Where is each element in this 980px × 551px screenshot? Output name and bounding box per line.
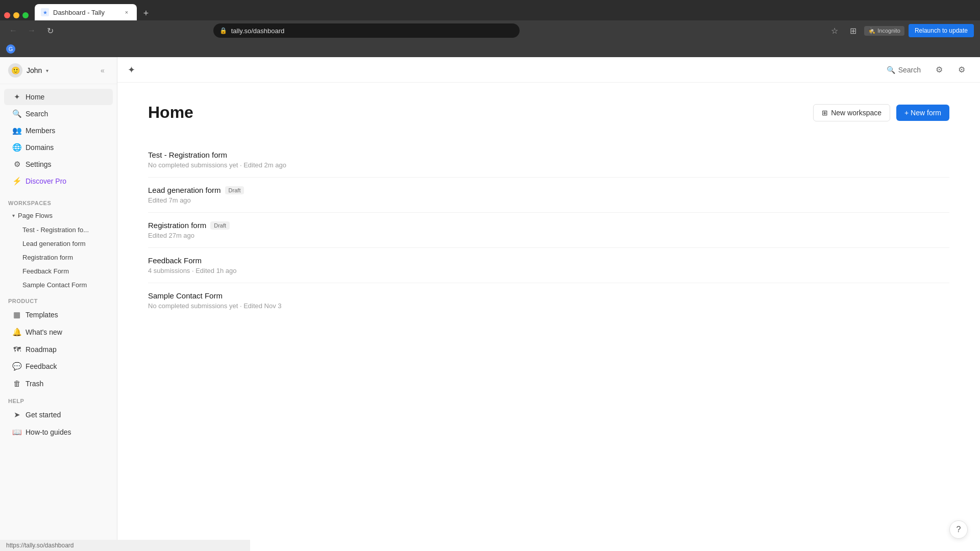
avatar: 🙂 — [8, 63, 22, 78]
active-tab[interactable]: ★ Dashboard - Tally × — [35, 4, 137, 20]
sub-item-label: Registration form — [22, 254, 73, 261]
form-item[interactable]: Test - Registration form No completed su… — [148, 142, 949, 178]
new-tab-btn[interactable]: + — [139, 6, 153, 20]
sidebar-item-members[interactable]: 👥 Members — [4, 122, 113, 139]
sidebar-item-settings[interactable]: ⚙ Settings — [4, 156, 113, 172]
form-name: Registration form — [148, 221, 206, 230]
sidebar-item-roadmap[interactable]: 🗺 Roadmap — [4, 341, 113, 357]
incognito-badge: 🕵 Incognito — [864, 26, 904, 36]
sub-item-label: Feedback Form — [22, 267, 69, 275]
toolbar-right: 🔍 Search ⚙ ⚙ — [883, 62, 970, 78]
sidebar-subitem-registration[interactable]: Registration form — [4, 251, 113, 264]
forward-btn[interactable]: → — [24, 23, 39, 38]
sidebar-item-templates[interactable]: ▦ Templates — [4, 307, 113, 323]
more-options-btn[interactable]: ⚙ — [953, 62, 970, 78]
workspace-name: Page Flows — [18, 212, 53, 219]
toolbar-left: ✦ — [128, 64, 135, 76]
sidebar-item-label: Roadmap — [26, 345, 57, 354]
form-meta: 4 submissions · Edited 1h ago — [148, 267, 949, 274]
sidebar-item-label: Settings — [26, 160, 52, 168]
bookmark-btn[interactable]: ☆ — [827, 23, 842, 38]
page-header: Home ⊞ New workspace + New form — [148, 103, 949, 122]
google-account-icon[interactable]: G — [6, 44, 15, 54]
sidebar-subitem-sample-contact[interactable]: Sample Contact Form — [4, 279, 113, 291]
form-list: Test - Registration form No completed su… — [148, 142, 949, 318]
sidebar-item-trash[interactable]: 🗑 Trash — [4, 375, 113, 391]
address-bar-row: ← → ↻ 🔒 tally.so/dashboard ☆ ⊞ 🕵 Incogni… — [0, 20, 980, 41]
domains-icon: 🌐 — [12, 143, 21, 152]
sidebar-item-whats-new[interactable]: 🔔 What's new — [4, 324, 113, 340]
form-name: Test - Registration form — [148, 151, 227, 159]
tab-close-btn[interactable]: × — [122, 8, 131, 16]
roadmap-icon: 🗺 — [12, 345, 21, 354]
search-btn[interactable]: 🔍 Search — [883, 64, 925, 76]
sidebar-item-feedback[interactable]: 💬 Feedback — [4, 358, 113, 374]
new-workspace-label: New workspace — [831, 109, 881, 117]
sidebar-subitem-test-registration[interactable]: Test - Registration fo... — [4, 223, 113, 236]
form-item[interactable]: Sample Contact Form No completed submiss… — [148, 283, 949, 318]
user-name: John — [27, 66, 42, 74]
sidebar-item-search[interactable]: 🔍 Search — [4, 106, 113, 122]
sidebar-item-discover-pro[interactable]: ⚡ Discover Pro — [4, 173, 113, 189]
form-name: Feedback Form — [148, 256, 202, 265]
form-meta: No completed submissions yet · Edited No… — [148, 302, 949, 310]
main-body: Home ⊞ New workspace + New form Test - R… — [117, 83, 980, 551]
url-text: tally.so/dashboard — [231, 27, 285, 35]
sidebar: 🙂 John ▾ « ✦ Home 🔍 Search 👥 Members 🌐 — [0, 57, 117, 551]
reload-btn[interactable]: ↻ — [43, 23, 57, 38]
maximize-window-btn[interactable]: + — [22, 12, 29, 18]
sidebar-subitem-feedback-form[interactable]: Feedback Form — [4, 265, 113, 278]
form-name: Lead generation form — [148, 186, 221, 194]
form-name-row: Test - Registration form — [148, 151, 949, 159]
how-to-guides-icon: 📖 — [12, 428, 21, 437]
sidebar-item-label: How-to guides — [26, 428, 71, 436]
sidebar-item-label: Domains — [26, 143, 54, 152]
sub-item-label: Sample Contact Form — [22, 281, 87, 289]
get-started-icon: ➤ — [12, 410, 21, 419]
app-content: 🙂 John ▾ « ✦ Home 🔍 Search 👥 Members 🌐 — [0, 57, 980, 551]
help-fab[interactable]: ? — [949, 520, 968, 539]
sidebar-item-how-to-guides[interactable]: 📖 How-to guides — [4, 424, 113, 440]
close-window-btn[interactable]: ✕ — [4, 12, 10, 18]
sidebar-item-label: Templates — [26, 311, 58, 319]
members-icon: 👥 — [12, 126, 21, 135]
new-workspace-btn[interactable]: ⊞ New workspace — [813, 104, 890, 121]
workspaces-section-label: Workspaces — [0, 194, 117, 208]
product-section-label: Product — [0, 292, 117, 306]
form-item[interactable]: Registration form Draft Edited 27m ago — [148, 213, 949, 248]
sidebar-item-label: Get started — [26, 411, 61, 419]
tab-favicon: ★ — [41, 8, 49, 16]
sidebar-item-get-started[interactable]: ➤ Get started — [4, 407, 113, 423]
form-item[interactable]: Lead generation form Draft Edited 7m ago — [148, 178, 949, 213]
header-actions: ⊞ New workspace + New form — [813, 104, 949, 121]
form-meta: No completed submissions yet · Edited 2m… — [148, 161, 949, 169]
search-icon: 🔍 — [12, 109, 21, 118]
address-bar[interactable]: 🔒 tally.so/dashboard — [213, 23, 520, 38]
minimize-window-btn[interactable]: − — [13, 12, 19, 18]
form-name-row: Registration form Draft — [148, 221, 949, 230]
form-name-row: Feedback Form — [148, 256, 949, 265]
user-info[interactable]: 🙂 John ▾ — [8, 63, 48, 78]
sidebar-subitem-lead-generation[interactable]: Lead generation form — [4, 237, 113, 250]
sidebar-item-label: Trash — [26, 380, 43, 388]
settings-action-btn[interactable]: ⚙ — [931, 62, 947, 78]
sidebar-item-domains[interactable]: 🌐 Domains — [4, 139, 113, 156]
templates-icon: ▦ — [12, 310, 21, 319]
tab-title: Dashboard - Tally — [53, 9, 118, 16]
workspace-page-flows[interactable]: ▾ Page Flows — [4, 209, 113, 222]
split-view-btn[interactable]: ⊞ — [846, 23, 860, 38]
status-bar: https://tally.so/dashboard — [0, 540, 250, 551]
relaunch-btn[interactable]: Relaunch to update — [909, 24, 974, 37]
collapse-sidebar-btn[interactable]: « — [96, 64, 109, 77]
sub-item-label: Test - Registration fo... — [22, 226, 89, 234]
browser-chrome: ✕ − + ★ Dashboard - Tally × + ← → ↻ 🔒 ta… — [0, 0, 980, 57]
form-item[interactable]: Feedback Form 4 submissions · Edited 1h … — [148, 248, 949, 283]
feedback-icon: 💬 — [12, 362, 21, 371]
discover-pro-icon: ⚡ — [12, 177, 21, 186]
sidebar-item-home[interactable]: ✦ Home — [4, 89, 113, 105]
new-form-btn[interactable]: + New form — [896, 105, 949, 121]
main-content: ✦ 🔍 Search ⚙ ⚙ Home ⊞ New workspace — [117, 57, 980, 551]
sidebar-item-label: Discover Pro — [26, 177, 66, 185]
chevron-down-icon: ▾ — [46, 68, 48, 73]
back-btn[interactable]: ← — [6, 23, 20, 38]
